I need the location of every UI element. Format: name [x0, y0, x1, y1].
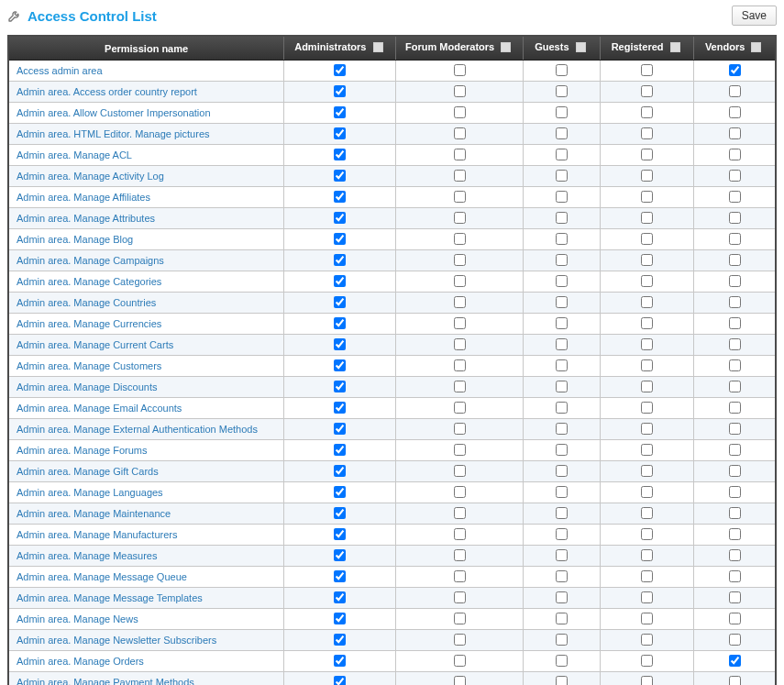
permission-checkbox-vendor[interactable] — [729, 507, 741, 519]
permission-checkbox-vendor[interactable] — [729, 64, 741, 76]
permission-checkbox-admin[interactable] — [334, 359, 346, 371]
permission-checkbox-mod[interactable] — [454, 613, 466, 624]
permission-checkbox-vendor[interactable] — [729, 381, 741, 392]
permission-checkbox-reg[interactable] — [641, 149, 653, 160]
permission-link[interactable]: Admin area. Manage Discounts — [17, 381, 157, 392]
permission-checkbox-admin[interactable] — [334, 317, 346, 329]
permission-checkbox-reg[interactable] — [641, 570, 653, 582]
permission-checkbox-mod[interactable] — [454, 549, 466, 561]
permission-link[interactable]: Admin area. Manage Message Queue — [17, 571, 187, 582]
permission-checkbox-guest[interactable] — [556, 296, 568, 308]
permission-checkbox-guest[interactable] — [556, 423, 568, 435]
permission-checkbox-vendor[interactable] — [729, 233, 741, 245]
permission-checkbox-mod[interactable] — [454, 275, 466, 287]
permission-checkbox-guest[interactable] — [556, 85, 568, 97]
permission-checkbox-reg[interactable] — [641, 212, 653, 224]
permission-checkbox-reg[interactable] — [641, 507, 653, 519]
permission-checkbox-reg[interactable] — [641, 381, 653, 392]
permission-link[interactable]: Admin area. Manage Blog — [17, 234, 133, 245]
permission-checkbox-vendor[interactable] — [729, 676, 741, 686]
permission-checkbox-mod[interactable] — [454, 233, 466, 245]
permission-checkbox-vendor[interactable] — [729, 254, 741, 266]
permission-checkbox-guest[interactable] — [556, 191, 568, 203]
permission-checkbox-reg[interactable] — [641, 85, 653, 97]
permission-checkbox-admin[interactable] — [334, 381, 346, 392]
permission-checkbox-reg[interactable] — [641, 402, 653, 414]
permission-checkbox-guest[interactable] — [556, 275, 568, 287]
permission-checkbox-guest[interactable] — [556, 106, 568, 118]
permission-checkbox-guest[interactable] — [556, 402, 568, 414]
permission-link[interactable]: Admin area. Manage Currencies — [17, 318, 161, 329]
permission-link[interactable]: Access admin area — [17, 65, 103, 76]
permission-checkbox-admin[interactable] — [334, 85, 346, 97]
save-button[interactable]: Save — [732, 6, 777, 26]
permission-checkbox-mod[interactable] — [454, 127, 466, 139]
permission-checkbox-guest[interactable] — [556, 212, 568, 224]
permission-checkbox-reg[interactable] — [641, 233, 653, 245]
permission-checkbox-admin[interactable] — [334, 613, 346, 624]
permission-checkbox-reg[interactable] — [641, 613, 653, 624]
permission-link[interactable]: Admin area. Manage Affiliates — [17, 192, 150, 203]
permission-checkbox-mod[interactable] — [454, 486, 466, 498]
permission-checkbox-guest[interactable] — [556, 549, 568, 561]
permission-checkbox-reg[interactable] — [641, 591, 653, 603]
permission-checkbox-vendor[interactable] — [729, 170, 741, 182]
permission-checkbox-admin[interactable] — [334, 676, 346, 686]
permission-checkbox-reg[interactable] — [641, 486, 653, 498]
permission-checkbox-vendor[interactable] — [729, 317, 741, 329]
permission-checkbox-vendor[interactable] — [729, 613, 741, 624]
permission-checkbox-vendor[interactable] — [729, 591, 741, 603]
permission-checkbox-guest[interactable] — [556, 655, 568, 667]
permission-checkbox-admin[interactable] — [334, 549, 346, 561]
permission-checkbox-reg[interactable] — [641, 528, 653, 540]
permission-checkbox-guest[interactable] — [556, 507, 568, 519]
permission-link[interactable]: Admin area. Manage Newsletter Subscriber… — [17, 635, 216, 646]
permission-checkbox-mod[interactable] — [454, 528, 466, 540]
permission-checkbox-reg[interactable] — [641, 549, 653, 561]
permission-link[interactable]: Admin area. Manage Measures — [17, 550, 157, 561]
select-all-registered[interactable] — [670, 42, 680, 52]
permission-checkbox-vendor[interactable] — [729, 191, 741, 203]
permission-checkbox-admin[interactable] — [334, 275, 346, 287]
permission-checkbox-mod[interactable] — [454, 85, 466, 97]
permission-link[interactable]: Admin area. Manage Payment Methods — [17, 677, 194, 685]
permission-checkbox-guest[interactable] — [556, 591, 568, 603]
permission-checkbox-guest[interactable] — [556, 127, 568, 139]
permission-checkbox-admin[interactable] — [334, 465, 346, 477]
permission-checkbox-reg[interactable] — [641, 64, 653, 76]
select-all-forum-moderators[interactable] — [501, 42, 511, 52]
permission-checkbox-admin[interactable] — [334, 191, 346, 203]
permission-checkbox-reg[interactable] — [641, 655, 653, 667]
permission-link[interactable]: Admin area. Manage Campaigns — [17, 255, 164, 266]
permission-checkbox-guest[interactable] — [556, 359, 568, 371]
permission-checkbox-guest[interactable] — [556, 170, 568, 182]
permission-checkbox-vendor[interactable] — [729, 465, 741, 477]
permission-checkbox-mod[interactable] — [454, 296, 466, 308]
permission-checkbox-reg[interactable] — [641, 444, 653, 456]
permission-link[interactable]: Admin area. Manage Gift Cards — [17, 466, 159, 477]
permission-checkbox-mod[interactable] — [454, 64, 466, 76]
permission-checkbox-reg[interactable] — [641, 465, 653, 477]
permission-link[interactable]: Admin area. Manage Manufacturers — [17, 529, 177, 540]
permission-checkbox-reg[interactable] — [641, 676, 653, 686]
permission-checkbox-mod[interactable] — [454, 254, 466, 266]
permission-checkbox-reg[interactable] — [641, 338, 653, 350]
select-all-guests[interactable] — [576, 42, 586, 52]
permission-checkbox-mod[interactable] — [454, 191, 466, 203]
permission-checkbox-guest[interactable] — [556, 486, 568, 498]
permission-checkbox-admin[interactable] — [334, 296, 346, 308]
permission-link[interactable]: Admin area. Manage Forums — [17, 445, 147, 456]
permission-checkbox-guest[interactable] — [556, 254, 568, 266]
permission-link[interactable]: Admin area. Manage Email Accounts — [17, 403, 182, 414]
permission-checkbox-mod[interactable] — [454, 570, 466, 582]
permission-link[interactable]: Admin area. Allow Customer Impersonation — [17, 107, 211, 118]
permission-checkbox-admin[interactable] — [334, 486, 346, 498]
permission-link[interactable]: Admin area. Manage Attributes — [17, 213, 155, 224]
permission-checkbox-guest[interactable] — [556, 381, 568, 392]
permission-link[interactable]: Admin area. Manage Current Carts — [17, 339, 173, 350]
permission-checkbox-guest[interactable] — [556, 338, 568, 350]
permission-checkbox-reg[interactable] — [641, 634, 653, 646]
permission-link[interactable]: Admin area. HTML Editor. Manage pictures — [17, 128, 210, 139]
permission-checkbox-guest[interactable] — [556, 528, 568, 540]
permission-checkbox-guest[interactable] — [556, 465, 568, 477]
